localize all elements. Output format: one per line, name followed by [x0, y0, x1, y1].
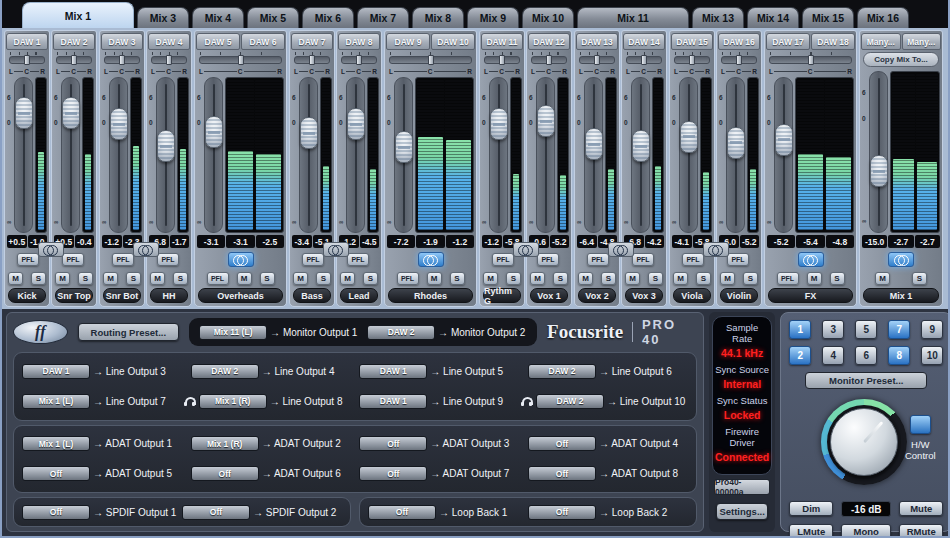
solo-button[interactable]: S [601, 272, 616, 285]
pan-slider[interactable]: LCR [720, 52, 758, 76]
routing-source-button[interactable]: Off [359, 436, 427, 451]
tab-mix-5[interactable]: Mix 5 [247, 7, 299, 28]
solo-button[interactable]: S [912, 272, 927, 285]
fader-track[interactable] [726, 77, 745, 233]
mute-button[interactable]: M [103, 272, 118, 285]
channel-name[interactable]: Snr Bot [103, 288, 141, 303]
fader-handle[interactable] [870, 155, 888, 187]
stereo-link-button[interactable] [703, 242, 729, 257]
source-select-button[interactable]: Many... [902, 33, 942, 50]
tab-mix-16[interactable]: Mix 16 [857, 7, 909, 28]
fader-track[interactable] [61, 77, 80, 233]
source-select-button[interactable]: DAW 1 [6, 33, 48, 50]
tab-mix-3[interactable]: Mix 3 [137, 7, 189, 28]
fader-track[interactable] [156, 77, 175, 233]
mute-button[interactable]: M [578, 272, 593, 285]
pan-handle[interactable] [309, 55, 315, 65]
right-mute-button[interactable]: RMute [899, 524, 943, 538]
source-select-button[interactable]: DAW 7 [291, 33, 333, 50]
channel-name[interactable]: Vox 1 [530, 288, 568, 303]
channel-name[interactable]: Snr Top [55, 288, 93, 303]
source-select-button[interactable]: DAW 2 [53, 33, 95, 50]
channel-name[interactable]: FX [768, 288, 853, 303]
mono-button[interactable]: Mono [841, 524, 891, 538]
settings-button[interactable]: Settings... [716, 503, 768, 520]
pan-handle[interactable] [546, 55, 552, 65]
solo-button[interactable]: S [363, 272, 378, 285]
fader-track[interactable] [869, 71, 888, 233]
pfl-button[interactable]: PFL [492, 253, 514, 266]
solo-button[interactable]: S [450, 272, 465, 285]
stereo-link-button[interactable] [418, 252, 444, 267]
pan-handle[interactable] [166, 55, 172, 65]
monitor-output-button-9[interactable]: 9 [921, 320, 943, 339]
channel-name[interactable]: Rythm G [483, 288, 521, 303]
pan-handle[interactable] [808, 55, 814, 65]
stereo-link-button[interactable] [888, 252, 914, 267]
mute-button[interactable]: M [55, 272, 70, 285]
source-select-button[interactable]: DAW 5 [196, 33, 240, 50]
fader-track[interactable] [394, 77, 413, 233]
routing-source-button[interactable]: DAW 2 [528, 364, 596, 379]
source-select-button[interactable]: DAW 10 [431, 33, 475, 50]
source-select-button[interactable]: DAW 18 [811, 33, 855, 50]
source-select-button[interactable]: DAW 17 [766, 33, 810, 50]
fader-track[interactable] [346, 77, 365, 233]
source-select-button[interactable]: DAW 9 [386, 33, 430, 50]
mute-button[interactable]: M [720, 272, 735, 285]
mute-button[interactable]: M [427, 272, 442, 285]
fader-handle[interactable] [347, 108, 365, 140]
pfl-button[interactable]: PFL [157, 253, 179, 266]
pfl-button[interactable]: PFL [632, 253, 654, 266]
hw-control-toggle[interactable] [910, 415, 931, 434]
fader-track[interactable] [631, 77, 650, 233]
mute-button[interactable]: M [625, 272, 640, 285]
fader-track[interactable] [679, 77, 698, 233]
pfl-button[interactable]: PFL [347, 253, 369, 266]
solo-button[interactable]: S [506, 272, 521, 285]
monitor-volume-knob[interactable] [830, 408, 898, 476]
monitor-output-button-4[interactable]: 4 [822, 346, 844, 365]
stereo-link-button[interactable] [228, 252, 254, 267]
pan-handle[interactable] [594, 55, 600, 65]
routing-source-button[interactable]: Mix 1 (L) [22, 436, 90, 451]
source-select-button[interactable]: DAW 8 [338, 33, 380, 50]
solo-button[interactable]: S [743, 272, 758, 285]
mute-button[interactable]: M [483, 272, 498, 285]
stereo-link-button[interactable] [38, 242, 64, 257]
tab-mix-7[interactable]: Mix 7 [357, 7, 409, 28]
source-select-button[interactable]: DAW 12 [528, 33, 570, 50]
pan-handle[interactable] [428, 55, 434, 65]
pan-slider[interactable]: LCR [55, 52, 93, 76]
dim-button[interactable]: Dim [789, 501, 833, 516]
routing-source-button[interactable]: Off [528, 505, 596, 520]
source-select-button[interactable]: DAW 3 [101, 33, 143, 50]
tab-mix-13[interactable]: Mix 13 [692, 7, 744, 28]
solo-button[interactable]: S [553, 272, 568, 285]
fader-track[interactable] [109, 77, 128, 233]
fader-track[interactable] [204, 77, 223, 233]
channel-name[interactable]: Mix 1 [863, 288, 939, 303]
channel-name[interactable]: Bass [293, 288, 331, 303]
tab-mix-8[interactable]: Mix 8 [412, 7, 464, 28]
tab-mix-1[interactable]: Mix 1 [22, 2, 134, 28]
fader-handle[interactable] [727, 127, 745, 159]
pfl-button[interactable]: PFL [537, 253, 559, 266]
pan-handle[interactable] [238, 55, 244, 65]
fader-handle[interactable] [15, 97, 33, 129]
fader-track[interactable] [489, 77, 508, 233]
mute-button[interactable]: M [293, 272, 308, 285]
stereo-link-button[interactable] [798, 252, 824, 267]
pan-slider[interactable]: LCR [530, 52, 568, 76]
pfl-button[interactable]: PFL [207, 272, 229, 285]
channel-name[interactable]: Rhodes [388, 288, 473, 303]
routing-source-button[interactable]: DAW 2 [191, 364, 259, 379]
channel-name[interactable]: Lead [340, 288, 378, 303]
fader-handle[interactable] [205, 116, 223, 148]
pan-handle[interactable] [24, 55, 30, 65]
channel-name[interactable]: HH [150, 288, 188, 303]
solo-button[interactable]: S [31, 272, 46, 285]
pan-handle[interactable] [356, 55, 362, 65]
pan-handle[interactable] [689, 55, 695, 65]
fader-handle[interactable] [62, 97, 80, 129]
